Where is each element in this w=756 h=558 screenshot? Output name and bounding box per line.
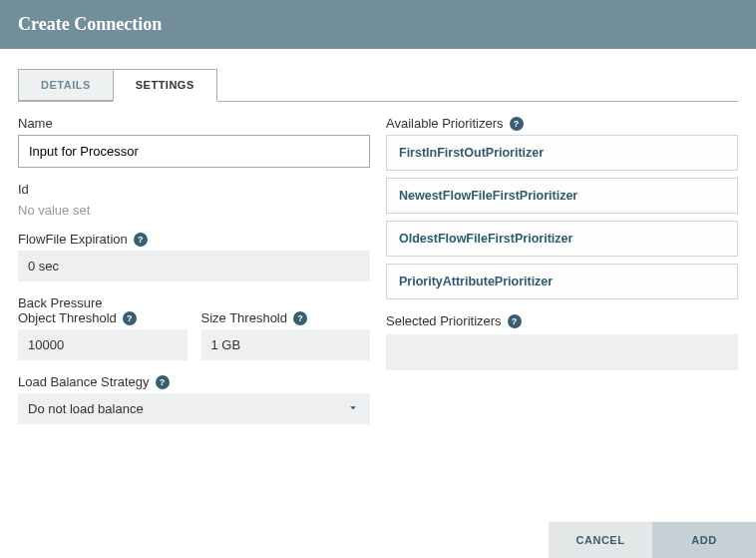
available-prioritizers-field: Available Prioritizers ? FirstInFirstOut…: [386, 116, 738, 299]
size-threshold-label: Size Threshold ?: [201, 310, 371, 325]
dialog-body: DETAILS SETTINGS Name Id No value set Fl…: [0, 49, 756, 452]
name-label: Name: [18, 116, 370, 131]
dialog-header: Create Connection: [0, 0, 756, 49]
prioritizer-item[interactable]: NewestFlowFileFirstPrioritizer: [386, 178, 738, 214]
flowfile-expiration-label-text: FlowFile Expiration: [18, 232, 128, 247]
object-threshold-input[interactable]: [18, 329, 188, 360]
help-icon[interactable]: ?: [134, 233, 148, 247]
help-icon[interactable]: ?: [293, 311, 307, 325]
help-icon[interactable]: ?: [123, 311, 137, 325]
prioritizer-item[interactable]: PriorityAttributePrioritizer: [386, 264, 738, 299]
available-prioritizers-list: FirstInFirstOutPrioritizer NewestFlowFil…: [386, 135, 738, 299]
load-balance-value[interactable]: [18, 393, 370, 424]
flowfile-expiration-field: FlowFile Expiration ?: [18, 232, 370, 281]
left-column: Name Id No value set FlowFile Expiration…: [18, 116, 370, 438]
selected-prioritizers-label-text: Selected Prioritizers: [386, 313, 502, 328]
dialog-footer: CANCEL ADD: [549, 522, 756, 558]
size-threshold-label-text: Size Threshold: [201, 310, 287, 325]
object-threshold-label: Object Threshold ?: [18, 310, 188, 325]
id-label: Id: [18, 182, 370, 197]
flowfile-expiration-input[interactable]: [18, 251, 370, 281]
object-threshold-field: Object Threshold ?: [18, 310, 188, 360]
object-threshold-label-text: Object Threshold: [18, 310, 117, 325]
prioritizer-item[interactable]: FirstInFirstOutPrioritizer: [386, 135, 738, 171]
tab-settings[interactable]: SETTINGS: [113, 69, 217, 102]
help-icon[interactable]: ?: [508, 314, 522, 328]
tab-details[interactable]: DETAILS: [18, 69, 114, 101]
load-balance-label: Load Balance Strategy ?: [18, 374, 370, 389]
help-icon[interactable]: ?: [156, 375, 170, 389]
prioritizer-item[interactable]: OldestFlowFileFirstPrioritizer: [386, 221, 738, 257]
available-prioritizers-label-text: Available Prioritizers: [386, 116, 504, 131]
help-icon[interactable]: ?: [510, 117, 524, 131]
size-threshold-field: Size Threshold ?: [201, 310, 371, 360]
available-prioritizers-label: Available Prioritizers ?: [386, 116, 738, 131]
flowfile-expiration-label: FlowFile Expiration ?: [18, 232, 370, 247]
tabs: DETAILS SETTINGS: [18, 69, 738, 102]
load-balance-field: Load Balance Strategy ?: [18, 374, 370, 424]
settings-panel: Name Id No value set FlowFile Expiration…: [18, 102, 738, 438]
add-button[interactable]: ADD: [652, 522, 756, 558]
back-pressure-field: Back Pressure Object Threshold ? Size Th…: [18, 295, 370, 360]
back-pressure-label: Back Pressure: [18, 295, 370, 310]
right-column: Available Prioritizers ? FirstInFirstOut…: [386, 116, 738, 438]
id-value: No value set: [18, 201, 370, 218]
cancel-button[interactable]: CANCEL: [549, 522, 652, 558]
load-balance-label-text: Load Balance Strategy: [18, 374, 150, 389]
selected-prioritizers-dropzone[interactable]: [386, 334, 738, 370]
load-balance-select[interactable]: [18, 393, 370, 424]
size-threshold-input[interactable]: [201, 329, 371, 360]
name-input[interactable]: [18, 135, 370, 168]
name-field: Name: [18, 116, 370, 168]
dialog-title: Create Connection: [18, 14, 162, 34]
selected-prioritizers-label: Selected Prioritizers ?: [386, 313, 738, 328]
id-field: Id No value set: [18, 182, 370, 218]
selected-prioritizers-field: Selected Prioritizers ?: [386, 313, 738, 370]
